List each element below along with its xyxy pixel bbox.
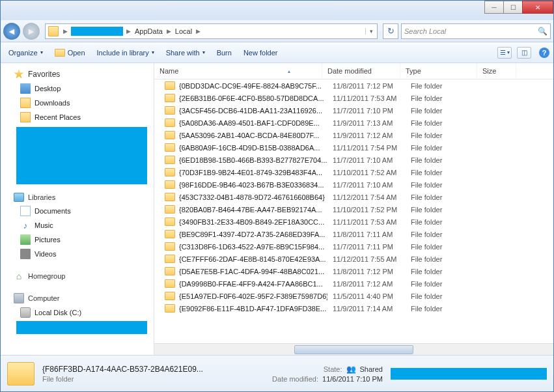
file-type: File folder bbox=[406, 94, 482, 102]
back-button[interactable]: ◄ bbox=[3, 23, 20, 40]
file-list[interactable]: {0BDD3DAC-DC9E-49FE-8824-8AB9C75F...11/8… bbox=[154, 79, 553, 343]
file-name: {5A08DA36-AA89-4501-BAF1-CDF0D89E... bbox=[179, 119, 320, 127]
maximize-button[interactable]: ☐ bbox=[503, 1, 523, 14]
file-name: {3490FB31-2E33-4B09-B849-2EF18A30CC... bbox=[179, 218, 324, 226]
sidebar-item-downloads[interactable]: Downloads bbox=[1, 96, 154, 110]
drive-icon bbox=[20, 307, 31, 318]
sidebar-item-recent[interactable]: Recent Places bbox=[1, 110, 154, 124]
folder-icon bbox=[165, 131, 175, 139]
chevron-right-icon[interactable]: ▶ bbox=[61, 28, 70, 35]
state-value: Shared bbox=[360, 365, 383, 373]
sidebar-item-documents[interactable]: Documents bbox=[1, 204, 154, 218]
breadcrumb-appdata[interactable]: AppData bbox=[133, 27, 165, 35]
file-date: 11/10/2011 7:52 PM bbox=[327, 206, 406, 214]
sidebar-item-desktop[interactable]: Desktop bbox=[1, 81, 154, 96]
file-row[interactable]: {D5AE7E5B-F1AC-4DFA-994F-48BA8C021...11/… bbox=[154, 265, 553, 277]
sidebar-computer-header[interactable]: Computer bbox=[1, 291, 154, 305]
file-row[interactable]: {5A08DA36-AA89-4501-BAF1-CDF0D89E...11/9… bbox=[154, 117, 553, 129]
column-header-type[interactable]: Type bbox=[400, 63, 477, 79]
file-name: {DA9998B0-FFAE-4FF9-A424-F7AA86BC1... bbox=[179, 280, 323, 288]
file-row[interactable]: {C313D8F6-1D63-4522-A97E-8B9C15F984...11… bbox=[154, 240, 553, 253]
file-row[interactable]: {3AC5F456-DCB6-41DB-AA11-23A116926...11/… bbox=[154, 104, 553, 117]
file-type: File folder bbox=[406, 292, 482, 300]
file-row[interactable]: {6ED18B98-15B0-466B-B393-B277827E704...1… bbox=[154, 154, 553, 166]
refresh-button[interactable]: ↻ bbox=[383, 23, 398, 39]
chevron-right-icon[interactable]: ▶ bbox=[194, 28, 202, 35]
column-header-date[interactable]: Date modified bbox=[322, 63, 400, 79]
file-row[interactable]: {CE7FFF66-2DAF-4E8B-8145-870E42E93A...11… bbox=[154, 253, 553, 265]
folder-icon bbox=[165, 180, 175, 189]
file-name: {BE9C89F1-4397-4D72-A735-2A68ED39FA... bbox=[179, 231, 325, 238]
sidebar-item-videos[interactable]: Videos bbox=[1, 247, 154, 261]
sidebar-libraries-header[interactable]: Libraries bbox=[1, 191, 154, 204]
search-input[interactable]: Search Local 🔍 bbox=[401, 23, 551, 39]
file-row[interactable]: {0BDD3DAC-DC9E-49FE-8824-8AB9C75F...11/8… bbox=[154, 79, 553, 92]
share-with-button[interactable]: Share with▾ bbox=[162, 46, 209, 59]
file-row[interactable]: {453C7332-04B1-4878-9D72-467616608B64}11… bbox=[154, 191, 553, 203]
minimize-button[interactable]: ─ bbox=[484, 1, 504, 14]
file-row[interactable]: {6AB80A9F-16CB-4D9D-B15B-0388AD6A...11/1… bbox=[154, 141, 553, 154]
document-icon bbox=[20, 206, 31, 216]
breadcrumb[interactable]: ▶ ▶ AppData ▶ Local ▶ ▾ bbox=[45, 23, 378, 39]
file-date: 11/8/2011 7:11 AM bbox=[327, 231, 406, 238]
help-icon[interactable]: ? bbox=[539, 48, 549, 58]
downloads-icon bbox=[20, 98, 31, 108]
breadcrumb-local[interactable]: Local bbox=[173, 27, 194, 35]
file-row[interactable]: {3490FB31-2E33-4B09-B849-2EF18A30CC...11… bbox=[154, 216, 553, 228]
people-icon: 👥 bbox=[346, 365, 356, 374]
file-row[interactable]: {5AA53096-2AB1-40AC-BCDA-84E80D7F...11/9… bbox=[154, 129, 553, 141]
include-library-button[interactable]: Include in library▾ bbox=[93, 46, 158, 59]
new-folder-button[interactable]: New folder bbox=[240, 46, 282, 59]
file-type: File folder bbox=[406, 119, 482, 127]
sidebar-homegroup-header[interactable]: Homegroup bbox=[1, 269, 154, 283]
column-header-name[interactable]: Name▴ bbox=[154, 63, 322, 79]
horizontal-scrollbar[interactable] bbox=[154, 343, 553, 355]
file-row[interactable]: {2E6B31B6-0F6E-4CF0-B580-57D8D8DCA...11/… bbox=[154, 92, 553, 104]
file-name: {453C7332-04B1-4878-9D72-467616608B64} bbox=[179, 193, 325, 201]
chevron-right-icon[interactable]: ▶ bbox=[165, 28, 173, 35]
breadcrumb-dropdown[interactable]: ▾ bbox=[365, 28, 377, 35]
sidebar-item-music[interactable]: Music bbox=[1, 218, 154, 232]
preview-pane-button[interactable]: ◫ bbox=[517, 47, 531, 59]
file-row[interactable]: {BE9C89F1-4397-4D72-A735-2A68ED39FA...11… bbox=[154, 228, 553, 240]
file-date: 11/11/2011 7:54 PM bbox=[327, 144, 406, 152]
file-type: File folder bbox=[406, 156, 482, 164]
file-type: File folder bbox=[406, 144, 482, 152]
file-type: File folder bbox=[406, 255, 482, 263]
file-row[interactable]: {E9092F86-E11F-4B1D-AF47-1DFA9FD38E...11… bbox=[154, 302, 553, 315]
organize-button[interactable]: Organize▾ bbox=[5, 46, 47, 59]
recent-icon bbox=[20, 112, 31, 122]
view-options-button[interactable]: ☰ ▾ bbox=[497, 47, 512, 59]
file-row[interactable]: {820BA0B7-B464-47BE-AA47-BEB92174A...11/… bbox=[154, 203, 553, 216]
file-row[interactable]: {E51A97ED-F0F6-402E-95F2-F389E75987D6}11… bbox=[154, 290, 553, 302]
redacted-path-segment bbox=[71, 27, 123, 36]
file-date: 11/7/2011 7:11 PM bbox=[327, 243, 406, 251]
computer-icon bbox=[14, 293, 24, 303]
toolbar: Organize▾ Open Include in library▾ Share… bbox=[1, 42, 553, 63]
file-date: 11/7/2011 7:10 AM bbox=[327, 156, 406, 164]
file-row[interactable]: {98F16DDE-9B46-4023-B67B-B3E0336834...11… bbox=[154, 178, 553, 191]
file-name: {6AB80A9F-16CB-4D9D-B15B-0388AD6A... bbox=[179, 144, 320, 152]
homegroup-icon bbox=[14, 271, 24, 281]
column-header-size[interactable]: Size bbox=[477, 63, 516, 79]
open-button[interactable]: Open bbox=[51, 46, 89, 59]
folder-icon bbox=[165, 242, 175, 251]
burn-button[interactable]: Burn bbox=[213, 46, 236, 59]
chevron-right-icon[interactable]: ▶ bbox=[124, 28, 133, 35]
file-row[interactable]: {DA9998B0-FFAE-4FF9-A424-F7AA86BC1...11/… bbox=[154, 277, 553, 290]
file-type: File folder bbox=[406, 193, 482, 201]
navigation-sidebar: Favorites Desktop Downloads Recent Place… bbox=[1, 63, 154, 355]
titlebar: ─ ☐ ✕ bbox=[1, 1, 553, 20]
music-icon bbox=[20, 220, 31, 231]
close-button[interactable]: ✕ bbox=[522, 1, 553, 14]
navigation-bar: ◄ ► ▶ ▶ AppData ▶ Local ▶ ▾ ↻ Search Loc… bbox=[1, 20, 553, 42]
file-name: {6ED18B98-15B0-466B-B393-B277827E704... bbox=[179, 156, 327, 164]
state-label: State: bbox=[324, 365, 342, 373]
sidebar-item-pictures[interactable]: Pictures bbox=[1, 232, 154, 247]
sidebar-item-localdisk[interactable]: Local Disk (C:) bbox=[1, 305, 154, 320]
modified-value: 11/6/2011 7:10 PM bbox=[322, 375, 383, 383]
scrollbar-thumb[interactable] bbox=[294, 345, 414, 354]
forward-button[interactable]: ► bbox=[23, 23, 40, 40]
file-row[interactable]: {70D3F1B9-9B24-4E01-8749-329B483F4A...11… bbox=[154, 166, 553, 178]
sidebar-favorites-header[interactable]: Favorites bbox=[1, 67, 154, 81]
